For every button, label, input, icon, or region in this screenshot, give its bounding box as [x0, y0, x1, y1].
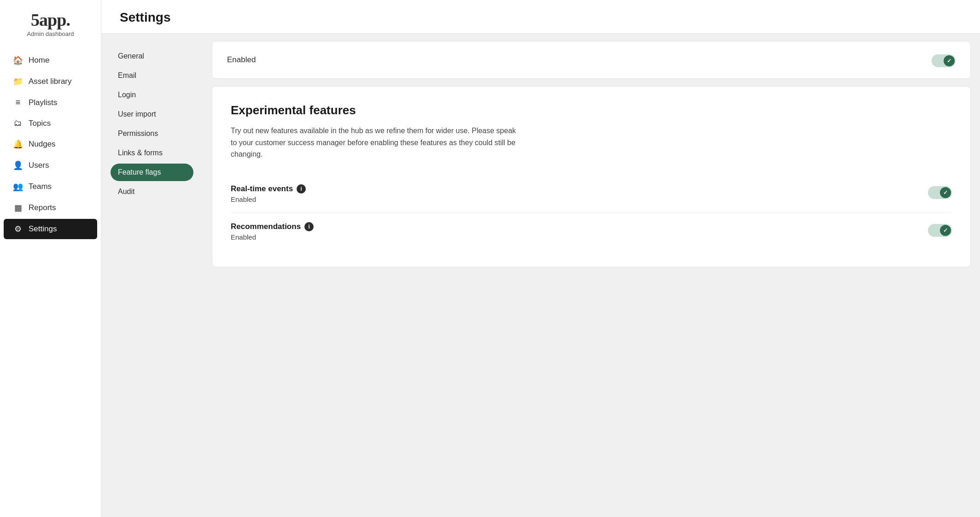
real-time-events-toggle-thumb: ✓ — [940, 187, 951, 198]
sidebar-item-label: Playlists — [29, 98, 57, 107]
sidebar-item-asset-library[interactable]: 📁 Asset library — [4, 71, 97, 92]
sidebar-item-label: Settings — [29, 224, 57, 234]
recommendations-info-icon[interactable]: i — [304, 222, 314, 231]
page-title: Settings — [120, 10, 962, 25]
recommendations-check-icon: ✓ — [943, 227, 948, 234]
sidebar-item-topics[interactable]: 🗂 Topics — [4, 113, 97, 133]
settings-nav-email[interactable]: Email — [111, 67, 193, 84]
main-content: Settings General Email Login User import… — [101, 0, 980, 517]
feature-info-real-time-events: Real-time events i Enabled — [231, 184, 306, 203]
sidebar-item-playlists[interactable]: ≡ Playlists — [4, 93, 97, 112]
sidebar-item-home[interactable]: 🏠 Home — [4, 50, 97, 70]
sidebar-nav: 🏠 Home 📁 Asset library ≡ Playlists 🗂 Top… — [0, 45, 101, 508]
real-time-events-check-icon: ✓ — [943, 189, 948, 196]
home-icon: 🏠 — [13, 55, 23, 65]
feature-row-real-time-events: Real-time events i Enabled ✓ — [231, 175, 952, 212]
sidebar-item-label: Asset library — [29, 77, 72, 86]
experimental-title: Experimental features — [231, 103, 952, 118]
partial-status-label: Enabled — [227, 55, 256, 65]
user-icon: 👤 — [13, 160, 23, 170]
settings-nav-login[interactable]: Login — [111, 86, 193, 104]
recommendations-toggle-thumb: ✓ — [940, 225, 951, 236]
list-icon: ≡ — [13, 98, 23, 107]
app-subtitle: Admin dashboard — [9, 30, 92, 37]
partial-feature-card: Enabled ✓ — [212, 41, 971, 79]
app-logo: 5app. — [9, 11, 92, 29]
recommendations-toggle[interactable]: ✓ — [928, 224, 952, 237]
sidebar-item-settings[interactable]: ⚙ Settings — [4, 219, 97, 239]
feature-info-recommendations: Recommendations i Enabled — [231, 222, 314, 241]
settings-icon: ⚙ — [13, 224, 23, 234]
topics-icon: 🗂 — [13, 118, 23, 128]
sidebar-item-label: Users — [29, 161, 49, 170]
recommendations-status: Enabled — [231, 233, 314, 241]
real-time-events-toggle[interactable]: ✓ — [928, 186, 952, 199]
settings-nav-feature-flags[interactable]: Feature flags — [111, 164, 193, 181]
teams-icon: 👥 — [13, 182, 23, 192]
partial-toggle-track[interactable]: ✓ — [932, 54, 956, 67]
sidebar-item-users[interactable]: 👤 Users — [4, 155, 97, 176]
sidebar: 5app. Admin dashboard 🏠 Home 📁 Asset lib… — [0, 0, 101, 517]
sidebar-item-label: Topics — [29, 119, 51, 128]
sidebar-item-label: Reports — [29, 203, 56, 212]
real-time-events-status: Enabled — [231, 195, 306, 203]
feature-name-real-time-events: Real-time events i — [231, 184, 306, 194]
sidebar-item-reports[interactable]: ▦ Reports — [4, 198, 97, 218]
sidebar-item-teams[interactable]: 👥 Teams — [4, 176, 97, 197]
page-header: Settings — [101, 0, 980, 34]
reports-icon: ▦ — [13, 203, 23, 213]
settings-nav-audit[interactable]: Audit — [111, 183, 193, 200]
partial-toggle-thumb: ✓ — [944, 55, 955, 66]
settings-nav-links-forms[interactable]: Links & forms — [111, 144, 193, 162]
partial-toggle[interactable]: ✓ — [932, 54, 956, 67]
recommendations-toggle-track[interactable]: ✓ — [928, 224, 952, 237]
experimental-features-card: Experimental features Try out new featur… — [212, 86, 971, 267]
real-time-events-toggle-track[interactable]: ✓ — [928, 186, 952, 199]
logo-area: 5app. Admin dashboard — [0, 0, 101, 45]
real-time-events-info-icon[interactable]: i — [297, 184, 306, 194]
content-area: General Email Login User import Permissi… — [101, 34, 980, 517]
settings-subnav: General Email Login User import Permissi… — [101, 34, 203, 517]
experimental-description: Try out new features available in the hu… — [231, 125, 516, 160]
nudges-icon: 🔔 — [13, 139, 23, 149]
settings-nav-general[interactable]: General — [111, 47, 193, 65]
folder-icon: 📁 — [13, 76, 23, 87]
sidebar-item-label: Nudges — [29, 140, 56, 149]
partial-toggle-check-icon: ✓ — [947, 58, 951, 64]
sidebar-item-nudges[interactable]: 🔔 Nudges — [4, 134, 97, 154]
settings-right-content: Enabled ✓ Experimental features Try out … — [203, 34, 980, 517]
feature-name-recommendations: Recommendations i — [231, 222, 314, 231]
sidebar-item-label: Home — [29, 56, 49, 65]
feature-row-recommendations: Recommendations i Enabled ✓ — [231, 212, 952, 250]
settings-nav-user-import[interactable]: User import — [111, 106, 193, 123]
sidebar-item-label: Teams — [29, 182, 52, 191]
settings-nav-permissions[interactable]: Permissions — [111, 125, 193, 142]
